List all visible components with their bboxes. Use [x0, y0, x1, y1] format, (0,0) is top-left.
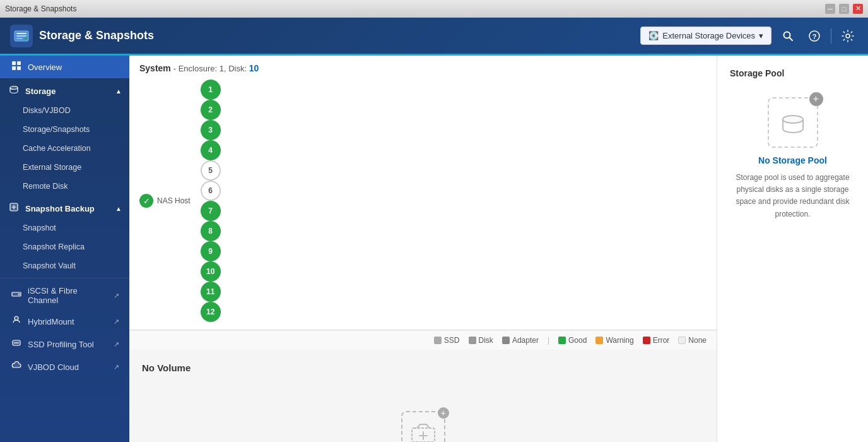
nas-host-label: NAS Host	[157, 196, 191, 205]
sidebar-item-snapshot[interactable]: Snapshot	[0, 218, 129, 237]
legend-ssd-label: SSD	[444, 336, 460, 345]
ssd-profiling-label: SSD Profiling Tool	[28, 340, 94, 349]
storage-collapse-icon: ▲	[115, 88, 122, 95]
maximize-button[interactable]: □	[839, 4, 849, 14]
sidebar-item-storage-snapshots[interactable]: Storage/Snapshots	[0, 120, 129, 139]
legend-good: Good	[558, 336, 587, 345]
iscsi-external-icon: ↗	[114, 292, 119, 300]
storage-pool-panel: Storage Pool + No Storage Pool Storage p…	[717, 56, 868, 442]
close-button[interactable]: ✕	[853, 4, 863, 14]
sidebar-item-snapshot-replica[interactable]: Snapshot Replica	[0, 237, 129, 256]
sidebar-item-overview[interactable]: Overview	[0, 56, 129, 78]
system-disk-count: 10	[249, 63, 259, 73]
disk-button-6[interactable]: 6	[201, 181, 221, 201]
app-title-group: Storage & Snapshots	[10, 25, 154, 47]
app-icon	[10, 25, 33, 47]
disk-button-8[interactable]: 8	[201, 221, 221, 241]
sidebar-divider	[0, 278, 129, 278]
sidebar-item-ssd-profiling[interactable]: SSD Profiling Tool ↗	[0, 333, 129, 355]
sidebar-snapshot-backup-header[interactable]: Snapshot Backup ▲	[0, 196, 129, 218]
iscsi-icon	[10, 289, 23, 302]
vjbod-cloud-external-icon: ↗	[114, 363, 119, 371]
snapshot-backup-icon	[8, 202, 20, 215]
title-bar-controls: ─ □ ✕	[825, 4, 863, 14]
svg-point-22	[783, 116, 803, 123]
external-storage-label: External Storage	[23, 163, 81, 172]
none-dot	[678, 337, 686, 344]
disk-button-5[interactable]: 5	[201, 160, 221, 181]
ssd-profiling-icon	[10, 338, 23, 350]
header-divider	[831, 28, 831, 44]
disk-button-2[interactable]: 2	[201, 100, 221, 120]
iscsi-label: iSCSI & Fibre Channel	[28, 286, 108, 305]
svg-point-17	[18, 294, 20, 296]
disk-button-12[interactable]: 12	[201, 302, 221, 322]
sidebar-storage-header[interactable]: Storage ▲	[0, 78, 129, 101]
remote-disk-label: Remote Disk	[23, 182, 68, 191]
sidebar-item-external-storage[interactable]: External Storage	[0, 158, 129, 177]
snapshot-replica-label: Snapshot Replica	[23, 242, 85, 251]
pool-title: Storage Pool	[730, 68, 784, 78]
legend-adapter: Adapter	[502, 336, 539, 345]
sidebar-item-disks-vjbod[interactable]: Disks/VJBOD	[0, 101, 129, 120]
minimize-button[interactable]: ─	[825, 4, 835, 14]
disk-button-4[interactable]: 4	[201, 140, 221, 160]
system-enclosure-label: - Enclosure: 1, Disk:	[173, 64, 249, 73]
settings-button[interactable]	[838, 26, 858, 46]
sidebar-item-hybridmount[interactable]: HybridMount ↗	[0, 310, 129, 333]
volume-area: No Volume + No Volume Volume is a logica…	[129, 350, 717, 442]
sidebar-overview-label: Overview	[28, 63, 62, 72]
disk-dot	[469, 337, 476, 344]
search-button[interactable]	[778, 26, 798, 46]
storage-icon	[8, 85, 20, 97]
snapshot-vault-label: Snapshot Vault	[23, 261, 76, 270]
help-button[interactable]: ?	[804, 26, 824, 46]
sidebar: Overview Storage ▲ Disks/VJBOD Storage/S…	[0, 56, 129, 442]
pool-desc: Storage pool is used to aggregate physic…	[730, 172, 855, 220]
no-volume-plus-icon: +	[438, 407, 449, 419]
svg-rect-10	[12, 61, 16, 65]
disk-button-10[interactable]: 10	[201, 261, 221, 282]
sidebar-item-vjbod-cloud[interactable]: VJBOD Cloud ↗	[0, 355, 129, 378]
warning-dot	[595, 337, 603, 344]
svg-rect-2	[16, 35, 26, 37]
good-dot	[558, 337, 566, 344]
adapter-dot	[502, 337, 510, 344]
disk-buttons-container: 123456789101112	[201, 80, 221, 322]
app-title-text: Storage & Snapshots	[39, 29, 154, 42]
legend-warning-label: Warning	[606, 336, 633, 345]
sidebar-item-iscsi[interactable]: iSCSI & Fibre Channel ↗	[0, 281, 129, 310]
disk-button-11[interactable]: 11	[201, 282, 221, 302]
ssd-dot	[434, 337, 442, 344]
disk-button-1[interactable]: 1	[201, 80, 221, 100]
legend-error: Error	[643, 336, 670, 345]
sidebar-item-remote-disk[interactable]: Remote Disk	[0, 177, 129, 196]
storage-snapshots-label: Storage/Snapshots	[23, 125, 90, 134]
legend-error-label: Error	[653, 336, 670, 345]
ext-storage-icon: 💽	[648, 31, 659, 40]
legend-adapter-label: Adapter	[512, 336, 539, 345]
nas-host: ✓ NAS Host	[139, 194, 191, 208]
svg-rect-3	[16, 38, 23, 39]
svg-rect-13	[17, 66, 21, 70]
disk-button-3[interactable]: 3	[201, 120, 221, 140]
snapshot-label: Snapshot	[23, 224, 56, 232]
external-storage-button[interactable]: 💽 External Storage Devices ▾	[640, 27, 771, 45]
snapshot-collapse-icon: ▲	[115, 205, 122, 212]
header-right: 💽 External Storage Devices ▾ ?	[640, 26, 858, 46]
system-title: System - Enclosure: 1, Disk: 10	[139, 63, 707, 73]
system-title-text: System	[139, 63, 171, 73]
svg-rect-1	[16, 33, 26, 34]
svg-line-6	[790, 37, 793, 40]
svg-point-14	[10, 87, 18, 90]
disk-button-7[interactable]: 7	[201, 201, 221, 221]
disk-button-9[interactable]: 9	[201, 241, 221, 261]
hybridmount-external-icon: ↗	[114, 318, 119, 326]
hybridmount-icon	[10, 315, 23, 328]
sidebar-item-snapshot-vault[interactable]: Snapshot Vault	[0, 256, 129, 275]
legend-separator: |	[548, 336, 549, 345]
cache-acceleration-label: Cache Acceleration	[23, 144, 91, 153]
sidebar-item-cache-acceleration[interactable]: Cache Acceleration	[0, 139, 129, 158]
legend-disk-label: Disk	[479, 336, 493, 345]
title-bar: Storage & Snapshots ─ □ ✕	[0, 0, 868, 18]
